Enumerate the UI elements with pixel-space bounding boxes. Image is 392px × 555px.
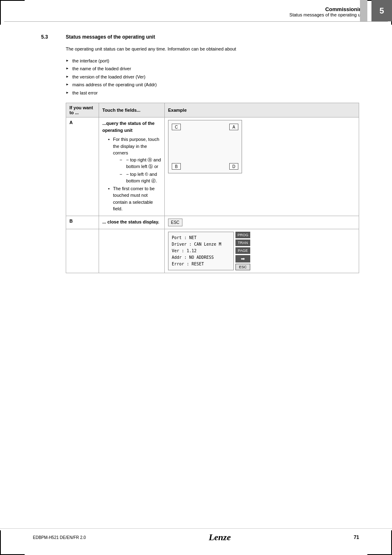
section-heading: 5.3 Status messages of the operating uni… (41, 34, 359, 40)
tran-button: TRAN (235, 240, 250, 246)
status-display: Port : NET Driver : CAN Lenze M Ver : 1.… (168, 232, 355, 270)
corner-d: D (229, 163, 238, 170)
bullet-item: the interface (port) (66, 58, 359, 64)
table-row: A ...query the status of the operating u… (66, 117, 359, 216)
status-line-addr: Addr : NO ADDRESS (172, 254, 230, 261)
screen-mockup-corners: C A B D (168, 120, 242, 173)
status-line-ver: Ver : 1.12 (172, 248, 230, 254)
header-title: Commissioning (289, 6, 365, 12)
empty-cell (99, 229, 165, 273)
row-example-a: C A B D (165, 117, 359, 216)
status-screen: Port : NET Driver : CAN Lenze M Ver : 1.… (168, 232, 234, 270)
table-row: B ... close the status display. ESC (66, 216, 359, 229)
bullet-list: the interface (port) the name of the loa… (66, 58, 359, 97)
status-buttons-panel: PROG TRAN PAGE ➡ ESC (235, 232, 250, 270)
row-action-a: ...query the status of the operating uni… (99, 117, 165, 216)
table-header-if: If you want to ... (66, 103, 99, 117)
footer-page-number: 71 (354, 534, 359, 540)
section-intro: The operating unit status can be queried… (66, 46, 359, 53)
row-id-b: B (66, 216, 99, 229)
prog-button: PROG (235, 232, 250, 238)
page-container: Commissioning Status messages of the ope… (0, 0, 392, 555)
dash-list: − top right ⓐ and bottom left ⓑ or − top… (113, 157, 161, 184)
footer-logo: Lenze (209, 532, 231, 543)
table-header-example: Example (165, 103, 359, 117)
dash-item: − top right ⓐ and bottom left ⓑ or (120, 157, 161, 170)
action-bold-b: ... close the status display. (102, 219, 161, 226)
header-subtitle: Status messages of the operating unit (289, 12, 365, 17)
row-action-content-a: ...query the status of the operating uni… (102, 120, 161, 212)
action-detail-item: The first corner to be touched must not … (107, 185, 161, 212)
arrow-button: ➡ (235, 255, 250, 263)
status-line-error: Error : RESET (172, 261, 230, 267)
main-content: 5.3 Status messages of the operating uni… (0, 22, 392, 286)
corner-a: A (229, 124, 238, 130)
section-number: 5.3 (41, 34, 66, 40)
esc-button: ESC (235, 264, 250, 270)
section-title: Status messages of the operating unit (66, 34, 155, 40)
page-button: PAGE (235, 247, 250, 254)
action-detail-item: For this purpose, touch the display in t… (107, 136, 161, 184)
footer-left: EDBPM-H521 DE/EN/FR 2.0 (33, 535, 86, 540)
table-row-example-b: Port : NET Driver : CAN Lenze M Ver : 1.… (66, 229, 359, 273)
row-action-b: ... close the status display. (99, 216, 165, 229)
page-footer: EDBPM-H521 DE/EN/FR 2.0 Lenze 71 (0, 528, 392, 543)
page-header: Commissioning Status messages of the ope… (4, 0, 388, 22)
gray-tab-decoration (360, 0, 367, 21)
header-content: Commissioning Status messages of the ope… (289, 6, 365, 17)
corner-c: C (172, 124, 181, 130)
status-line-port: Port : NET (172, 235, 230, 241)
row-action-content-b: ... close the status display. (102, 219, 161, 226)
page-number: 5 (371, 0, 392, 21)
empty-cell (66, 229, 99, 273)
row-id-a: A (66, 117, 99, 216)
bullet-item: mains address of the operating unit (Add… (66, 81, 359, 88)
bullet-item: the version of the loaded driver (Ver) (66, 74, 359, 81)
table-header-touch: Touch the fields... (99, 103, 165, 117)
row-example-b: Port : NET Driver : CAN Lenze M Ver : 1.… (165, 229, 359, 273)
action-bold-a: ...query the status of the operating uni… (102, 120, 161, 134)
bullet-item: the name of the loaded driver (66, 65, 359, 72)
bullet-item: the last error (66, 90, 359, 97)
esc-key-box: ESC (168, 219, 182, 226)
dash-item: − top left © and bottom right ⓓ. (120, 171, 161, 184)
info-table: If you want to ... Touch the fields... E… (66, 103, 359, 273)
corner-border (0, 0, 1, 25)
row-touch-b: ESC (165, 216, 359, 229)
status-line-driver: Driver : CAN Lenze M (172, 241, 230, 248)
corner-b: B (172, 163, 181, 170)
